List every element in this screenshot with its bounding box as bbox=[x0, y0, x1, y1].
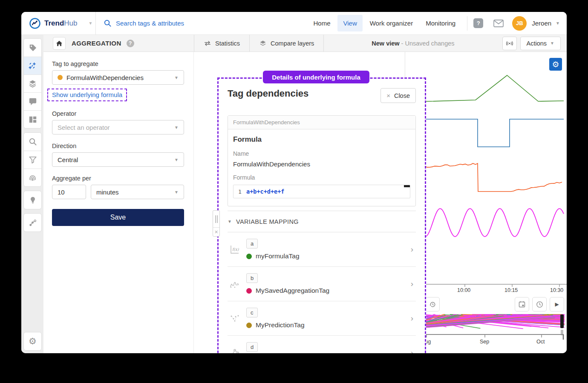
formula-section-title: Formula bbox=[233, 135, 410, 144]
sidebar-item-filter[interactable] bbox=[24, 151, 41, 169]
month-tick-label: Sep bbox=[480, 339, 489, 345]
variable-row-b[interactable]: b MySavedAggregationTag › bbox=[228, 267, 416, 301]
direction-value: Central bbox=[58, 156, 78, 163]
history-button[interactable] bbox=[425, 297, 440, 312]
chevron-right-icon: › bbox=[411, 314, 413, 323]
variable-mapping-header[interactable]: ▼ VARIABLE MAPPING bbox=[228, 211, 416, 232]
nav-item-view[interactable]: View bbox=[337, 15, 362, 31]
time-tick-label: 10:15 bbox=[504, 287, 518, 293]
expand-button[interactable]: ▶ bbox=[550, 297, 564, 312]
gear-icon: ⚙ bbox=[552, 60, 559, 69]
interval-unit-select[interactable]: minutes ▼ bbox=[91, 185, 184, 199]
tab-compare-layers[interactable]: Compare layers bbox=[250, 35, 323, 51]
actions-button[interactable]: Actions ▼ bbox=[520, 37, 561, 50]
tag-to-aggregate-select[interactable]: FormulaWithDependencies ▼ bbox=[52, 70, 184, 85]
sidebar-item-context[interactable] bbox=[24, 214, 41, 232]
sidebar-item-dashboard[interactable] bbox=[24, 110, 41, 128]
app-window: TrendHub ▼ Home View Work organizer Moni… bbox=[21, 12, 567, 353]
search-input[interactable] bbox=[116, 20, 269, 27]
chevron-down-icon: ▼ bbox=[174, 190, 179, 194]
trendhub-logo-icon bbox=[29, 17, 41, 29]
tab-statistics[interactable]: Statistics bbox=[194, 35, 249, 51]
direction-select[interactable]: Central ▼ bbox=[52, 152, 184, 167]
nav-item-work-organizer[interactable]: Work organizer bbox=[364, 15, 418, 31]
mlm-tag-icon bbox=[228, 347, 241, 353]
chart-toolbar: ▶ bbox=[405, 295, 567, 313]
nav-item-monitoring[interactable]: Monitoring bbox=[420, 15, 461, 31]
sidebar-item-layers[interactable] bbox=[24, 74, 41, 92]
chevron-right-icon: › bbox=[411, 279, 413, 289]
user-avatar[interactable]: JB bbox=[512, 16, 527, 31]
name-label: Name bbox=[233, 150, 410, 157]
sidebar-item-recommendations[interactable] bbox=[24, 191, 41, 209]
interval-input[interactable] bbox=[52, 185, 86, 199]
formula-code-editor[interactable]: 1 a+b+c+d+e+f bbox=[233, 185, 410, 198]
variable-row-c[interactable]: c MyPredictionTag › bbox=[228, 301, 416, 336]
close-icon: × bbox=[386, 92, 390, 99]
panel-title: AGGREGATION bbox=[72, 40, 121, 47]
clock-button[interactable] bbox=[532, 297, 547, 312]
panel-help-icon[interactable]: ? bbox=[127, 40, 134, 47]
user-name[interactable]: Jeroen bbox=[532, 20, 551, 27]
month-axis[interactable]: Aug Sep Oct bbox=[405, 334, 567, 347]
name-value: FormulaWithDependencies bbox=[233, 160, 410, 168]
clock-icon bbox=[536, 301, 543, 308]
aggregation-panel: Tag to aggregate FormulaWithDependencies… bbox=[43, 52, 194, 353]
overview-scrub-handle[interactable] bbox=[560, 314, 564, 328]
sidebar-item-comments[interactable] bbox=[24, 92, 41, 110]
sidebar-item-settings[interactable]: ⚙ bbox=[24, 332, 41, 350]
nav-item-home[interactable]: Home bbox=[308, 15, 336, 31]
calendar-button[interactable] bbox=[515, 297, 529, 312]
collapse-panel-icon[interactable]: ✕ bbox=[213, 228, 219, 236]
panel-resize-handle[interactable]: ✕ bbox=[213, 210, 220, 237]
close-button[interactable]: × Close bbox=[380, 88, 416, 103]
save-button[interactable]: Save bbox=[52, 209, 184, 226]
chevron-down-icon[interactable]: ▼ bbox=[88, 21, 92, 26]
mail-icon[interactable] bbox=[493, 20, 504, 27]
sidebar-item-fingerprint[interactable] bbox=[24, 169, 41, 186]
formula-label: Formula bbox=[233, 174, 410, 181]
global-search bbox=[96, 19, 308, 27]
tour-highlight-box: Show underlying formula bbox=[47, 89, 127, 101]
operator-label: Operator bbox=[52, 110, 184, 117]
sidebar-item-aggregation[interactable] bbox=[24, 57, 41, 74]
chevron-down-icon[interactable]: ▼ bbox=[556, 21, 560, 26]
operator-select[interactable]: Select an operator ▼ bbox=[52, 120, 184, 134]
variable-badge: d bbox=[246, 342, 258, 352]
home-icon bbox=[56, 40, 63, 47]
sidebar-item-tags[interactable] bbox=[24, 39, 41, 57]
tag-icon bbox=[29, 43, 37, 52]
search-icon bbox=[104, 19, 112, 27]
chevron-down-icon: ▼ bbox=[228, 219, 232, 224]
time-axis[interactable]: 09:45 10:00 10:15 10:30 bbox=[405, 284, 567, 295]
tag-color-dot bbox=[246, 288, 252, 294]
timeline-overview[interactable] bbox=[408, 314, 564, 330]
close-label: Close bbox=[394, 92, 410, 99]
variable-row-d[interactable]: d MLM tag › bbox=[228, 336, 416, 353]
variable-mapping-title: VARIABLE MAPPING bbox=[236, 218, 299, 225]
panel-home-button[interactable] bbox=[53, 37, 66, 50]
chevron-down-icon: ▼ bbox=[550, 41, 554, 46]
show-underlying-formula-link[interactable]: Show underlying formula bbox=[52, 91, 122, 98]
chevron-right-icon: › bbox=[411, 348, 413, 353]
line-number: 1 bbox=[233, 189, 246, 195]
drag-grip-icon[interactable] bbox=[213, 211, 219, 228]
help-icon[interactable]: ? bbox=[473, 18, 483, 28]
variable-mapping-section: ▼ VARIABLE MAPPING f(x) a myFormula bbox=[228, 211, 416, 353]
view-status: New view - Unsaved changes bbox=[324, 40, 502, 47]
chevron-down-icon: ▼ bbox=[174, 125, 179, 130]
editor-scrollbar[interactable] bbox=[404, 185, 410, 187]
sidebar-item-search[interactable] bbox=[24, 133, 41, 151]
variable-row-a[interactable]: f(x) a myFormulaTag › bbox=[228, 232, 416, 267]
trend-chart bbox=[405, 52, 567, 284]
chevron-down-icon: ▼ bbox=[174, 157, 179, 162]
series-blue bbox=[406, 119, 564, 147]
tab-label: Statistics bbox=[215, 40, 240, 47]
app-logo[interactable]: TrendHub ▼ bbox=[21, 12, 96, 34]
live-broadcast-button[interactable] bbox=[502, 37, 517, 50]
aggregation-icon bbox=[28, 61, 37, 70]
actions-label: Actions bbox=[527, 40, 547, 47]
calendar-icon bbox=[519, 301, 525, 308]
tag-dependencies-dialog: Tag dependencies × Close FormulaWithDepe… bbox=[217, 77, 426, 353]
chart-settings-button[interactable]: ⚙ bbox=[549, 58, 562, 71]
